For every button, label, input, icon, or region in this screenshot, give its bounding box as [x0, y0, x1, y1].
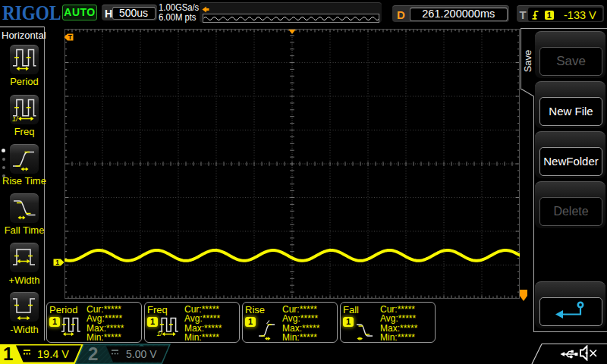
svg-text:1: 1 — [55, 259, 59, 266]
svg-text:T: T — [68, 33, 73, 41]
svg-text:1/: 1/ — [12, 115, 19, 123]
